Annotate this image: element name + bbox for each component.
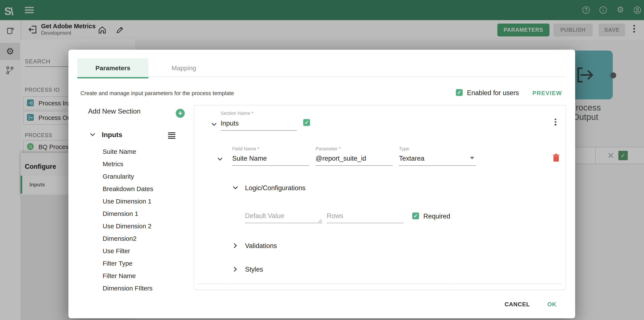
section-tree-name[interactable]: Inputs xyxy=(102,131,122,139)
styles-chevron-icon[interactable] xyxy=(234,266,237,272)
dialog-description: Create and manage input parameters for t… xyxy=(80,90,234,96)
tab-parameters[interactable]: Parameters xyxy=(78,58,148,78)
default-value-underline xyxy=(245,223,322,223)
section-collapse-chevron-icon[interactable] xyxy=(90,133,95,137)
app-window: S\ ⚙ Get Adobe Metrics Development PARAM… xyxy=(0,0,644,320)
field-chevron-icon[interactable] xyxy=(217,157,223,161)
logic-configurations-label[interactable]: Logic/Configurations xyxy=(245,184,306,192)
textarea-resize-handle-icon[interactable] xyxy=(318,219,322,223)
section-editor-panel: Section Name * Inputs ✓ Field Name * Sui… xyxy=(194,105,566,290)
field-name-label: Field Name * xyxy=(232,146,259,151)
section-name-label: Section Name * xyxy=(221,110,253,116)
tree-field-item[interactable]: Suite Name xyxy=(103,148,136,155)
add-new-section-label: Add New Section xyxy=(88,107,140,115)
section-menu-icon[interactable] xyxy=(168,132,175,140)
required-label: Required xyxy=(423,213,450,220)
section-name-input[interactable]: Inputs xyxy=(221,119,238,127)
parameter-underline xyxy=(316,165,392,166)
required-checkbox[interactable]: ✓ xyxy=(412,213,419,219)
enabled-for-users-checkbox[interactable]: ✓ xyxy=(456,89,463,96)
tree-field-item[interactable]: Dimension2 xyxy=(103,235,136,242)
delete-field-trash-icon[interactable] xyxy=(553,154,559,162)
tree-field-item[interactable]: Metrics xyxy=(103,160,123,168)
tree-field-item[interactable]: Use Dimension 2 xyxy=(103,222,152,230)
preview-button[interactable]: PREVIEW xyxy=(532,90,562,96)
tree-field-item[interactable]: Filter Type xyxy=(103,260,132,267)
type-select[interactable]: Textarea xyxy=(399,155,424,162)
field-name-underline xyxy=(232,165,309,166)
tree-field-item[interactable]: Granularity xyxy=(103,173,134,180)
field-name-input[interactable]: Suite Name xyxy=(232,155,267,162)
parameter-input[interactable]: @report_suite_id xyxy=(316,155,366,162)
parameters-dialog: Parameters Mapping Create and manage inp… xyxy=(68,50,575,318)
section-chevron-icon[interactable] xyxy=(211,122,217,126)
tree-field-item[interactable]: Dimension FIlters xyxy=(103,284,152,292)
rows-input[interactable]: Rows xyxy=(327,212,344,220)
type-label: Type xyxy=(399,146,409,151)
parameter-label: Parameter * xyxy=(316,146,340,151)
logic-chevron-icon[interactable] xyxy=(233,186,238,190)
styles-label[interactable]: Styles xyxy=(245,266,263,273)
tree-field-item[interactable]: Use Filter xyxy=(103,247,130,254)
tree-field-item[interactable]: Filter Name xyxy=(103,272,136,279)
tab-mapping[interactable]: Mapping xyxy=(148,58,219,77)
type-underline xyxy=(399,165,476,166)
add-section-plus-icon[interactable]: + xyxy=(176,109,185,118)
display-section-name-checkbox[interactable]: ✓ xyxy=(303,119,310,126)
ok-button[interactable]: OK xyxy=(547,301,556,307)
type-dropdown-caret-icon[interactable] xyxy=(470,157,474,159)
default-value-textarea[interactable]: Default Value xyxy=(245,212,284,220)
tree-field-item[interactable]: Use Dimension 1 xyxy=(103,198,152,205)
section-name-underline xyxy=(221,130,297,131)
validations-chevron-icon[interactable] xyxy=(234,243,237,248)
enabled-for-users-label: Enabled for users xyxy=(467,89,519,97)
tree-field-item[interactable]: Dimension 1 xyxy=(103,210,138,217)
tree-field-item[interactable]: Breakdown Dates xyxy=(103,185,153,192)
cancel-button[interactable]: CANCEL xyxy=(504,301,530,307)
validations-label[interactable]: Validations xyxy=(245,242,277,250)
rows-underline xyxy=(327,223,404,223)
section-more-options-icon[interactable] xyxy=(555,117,556,126)
panel-bottom-dashed-divider xyxy=(198,284,562,284)
